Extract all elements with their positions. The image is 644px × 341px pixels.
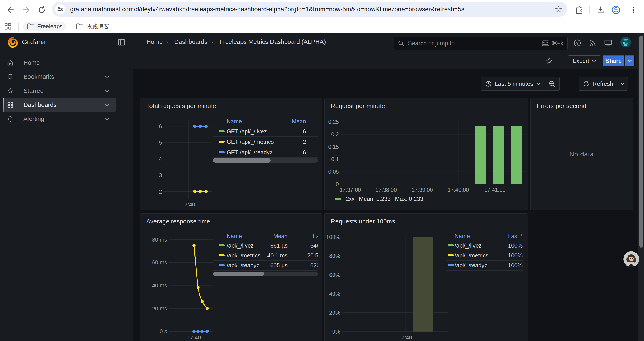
refresh-button-group[interactable]: Refresh <box>579 77 628 91</box>
bookmark-label: Freeleaps <box>37 23 63 30</box>
breadcrumb-current: Freeleaps Metrics Dashboard (ALPHA) <box>220 38 326 46</box>
chart-average-response-time: 80 ms60 ms40 ms20 ms0 s17:40NameMeanLast… <box>140 213 322 341</box>
panel-request-per-minute: Request per minute 0.250.20.150.10.05017… <box>324 98 528 210</box>
url-text: grafana.mathmast.com/d/deytv4rwavabkb/fr… <box>70 6 464 13</box>
chevron-down-icon <box>620 83 624 85</box>
chart-total-requests: 6543217:40NameMeanGET /api/_/livez6GET /… <box>140 98 322 210</box>
panel-average-response-time: Average response time 80 ms60 ms40 ms20 … <box>140 213 322 341</box>
sidebar-item-bookmarks[interactable]: Bookmarks <box>3 70 116 84</box>
collapse-sidebar-icon[interactable] <box>118 39 125 46</box>
reload-button[interactable] <box>36 4 48 16</box>
browser-chrome: grafana.mathmast.com/d/deytv4rwavabkb/fr… <box>0 0 644 33</box>
svg-text:?: ? <box>576 41 579 46</box>
sidebar-item-alerting[interactable]: Alerting <box>3 112 116 126</box>
chart-errors-per-second: No data <box>531 98 632 210</box>
search-placeholder: Search or jump to... <box>408 40 460 47</box>
page-root: grafana.mathmast.com/d/deytv4rwavabkb/fr… <box>0 0 644 341</box>
bookmark-label: 收藏博客 <box>86 23 109 30</box>
assistant-avatar[interactable] <box>624 251 639 267</box>
zoom-out-button[interactable] <box>544 77 560 90</box>
sidebar-item-starred[interactable]: Starred <box>3 84 116 98</box>
download-icon[interactable] <box>594 4 607 16</box>
monitor-icon[interactable] <box>602 37 614 49</box>
panel-requests-under-100ms: Requests under 100ms 100%80%60%40%20%0%1… <box>324 213 528 341</box>
sidebar-item-dashboards[interactable]: Dashboards <box>3 98 116 112</box>
chart-request-per-minute: 0.250.20.150.10.05017:37:0017:38:0017:39… <box>325 98 528 210</box>
chart-requests-under-100ms: 100%80%60%40%20%0%17:40NameLast */api/_/… <box>325 213 528 341</box>
grafana-logo[interactable] <box>8 37 18 48</box>
bookmarks-bar: Freeleaps 收藏博客 <box>0 20 644 33</box>
keyboard-icon <box>542 40 549 46</box>
dashboard-canvas: Last 5 minutes Refresh Total requests pe… <box>134 69 644 341</box>
scrollbar-thumb[interactable] <box>640 36 643 247</box>
help-icon[interactable]: ? <box>572 37 583 49</box>
search-input[interactable]: Search or jump to... ⌘+k <box>394 37 568 50</box>
dashboard-toolbar: Export Share <box>134 52 644 69</box>
search-shortcut: ⌘+k <box>542 40 563 47</box>
extensions-icon[interactable] <box>573 4 585 16</box>
search-icon <box>398 40 404 47</box>
bookmark-folder-blogs[interactable]: 收藏博客 <box>72 22 113 31</box>
favorite-star-icon[interactable] <box>544 57 554 65</box>
refresh-button[interactable]: Refresh <box>579 77 617 90</box>
refresh-interval-dropdown[interactable] <box>618 77 628 90</box>
forward-button[interactable] <box>20 4 32 16</box>
back-button[interactable] <box>4 4 17 16</box>
browser-toolbar: grafana.mathmast.com/d/deytv4rwavabkb/fr… <box>0 0 644 20</box>
page-scrollbar[interactable] <box>638 33 644 341</box>
share-dropdown-button[interactable] <box>625 55 634 66</box>
site-settings-icon[interactable] <box>55 4 65 14</box>
grafana-header: Grafana Home › Dashboards › Freeleaps Me… <box>0 33 644 52</box>
apps-grid-icon[interactable] <box>3 22 13 31</box>
bookmark-star-icon[interactable] <box>553 4 564 15</box>
profile-icon[interactable] <box>610 4 622 16</box>
clock-icon <box>485 81 492 87</box>
share-button[interactable]: Share <box>603 55 624 66</box>
url-bar[interactable]: grafana.mathmast.com/d/deytv4rwavabkb/fr… <box>52 2 567 17</box>
rss-icon[interactable] <box>587 37 598 49</box>
sidebar: Home Bookmarks Starred Dashboards Alerti… <box>0 52 133 341</box>
bookmark-folder-freeleaps[interactable]: Freeleaps <box>23 22 66 31</box>
time-range-picker[interactable]: Last 5 minutes <box>481 77 560 91</box>
export-button[interactable]: Export <box>568 55 601 66</box>
brand-name[interactable]: Grafana <box>22 38 46 46</box>
zoom-out-icon <box>548 80 556 87</box>
refresh-icon <box>583 81 590 87</box>
breadcrumb-dashboards[interactable]: Dashboards <box>174 38 207 46</box>
browser-menu-icon[interactable] <box>627 4 640 16</box>
sidebar-item-home[interactable]: Home <box>3 56 116 70</box>
chevron-down-icon <box>536 83 540 85</box>
panel-errors-per-second: Errors per second No data <box>530 98 633 210</box>
user-avatar[interactable] <box>620 37 631 48</box>
breadcrumb-home[interactable]: Home <box>146 38 163 46</box>
panel-total-requests-per-minute: Total requests per minute 6543217:40Name… <box>140 98 322 210</box>
